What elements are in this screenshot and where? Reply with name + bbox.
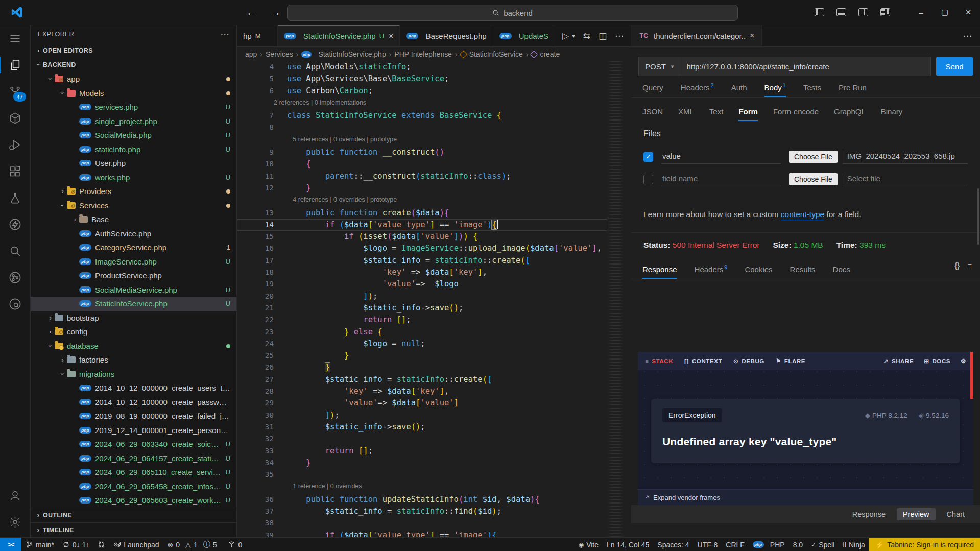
- filter-menu-icon[interactable]: ≡: [968, 261, 972, 270]
- request-tab-headers[interactable]: Headers2: [681, 82, 714, 97]
- editor-tab[interactable]: hpM: [237, 25, 278, 46]
- activity-settings-gear-icon[interactable]: [0, 509, 30, 535]
- tree-item[interactable]: php2024_06_29_065458_create_infos_ta...U: [31, 480, 236, 494]
- view-chart-button[interactable]: Chart: [941, 508, 971, 520]
- statusbar-branch[interactable]: main*: [21, 538, 58, 551]
- body-tab-graphql[interactable]: GraphQL: [834, 107, 866, 121]
- response-tab-response[interactable]: Response: [642, 265, 677, 279]
- tree-item[interactable]: php2019_08_19_000000_create_failed_jobs_…: [31, 409, 236, 423]
- tree-item[interactable]: php2014_10_12_100000_create_password_res…: [31, 395, 236, 410]
- editor-scrollbar[interactable]: [624, 61, 631, 537]
- view-preview-button[interactable]: Preview: [897, 508, 936, 520]
- timeline-section[interactable]: ›TIMELINE: [31, 522, 236, 537]
- statusbar-broadcast[interactable]: 0: [224, 538, 246, 551]
- statusbar-sync[interactable]: 0↓ 1↑: [58, 538, 93, 551]
- window-close-button[interactable]: ×: [957, 0, 980, 25]
- outline-section[interactable]: ›OUTLINE: [31, 508, 236, 522]
- tree-item[interactable]: phpSocialMediaService.phpU: [31, 283, 236, 297]
- panel-more-actions-icon[interactable]: ⋯: [955, 31, 980, 41]
- body-tab-binary[interactable]: Binary: [881, 107, 903, 121]
- breadcrumb[interactable]: app›Services›phpStaticInfoService.php›PH…: [237, 47, 631, 61]
- response-tab-headers[interactable]: Headers9: [695, 264, 728, 279]
- activity-account-icon[interactable]: [0, 482, 30, 509]
- editor-tab[interactable]: phpBaseRequest.php: [400, 25, 493, 46]
- split-editor-icon[interactable]: ◫: [599, 31, 607, 41]
- ignition-context-tab[interactable]: []CONTEXT: [684, 358, 722, 364]
- toggle-sidebar-icon[interactable]: [815, 8, 824, 16]
- tree-item[interactable]: phpStaticInfoService.phpU: [31, 297, 236, 311]
- ignition-flare-tab[interactable]: ⚑FLARE: [776, 357, 805, 365]
- tree-item[interactable]: phpAuthService.php: [31, 227, 236, 241]
- activity-source-control-icon[interactable]: 47: [0, 78, 30, 105]
- command-center-search[interactable]: backend: [287, 5, 738, 21]
- activity-search-icon[interactable]: [0, 237, 30, 264]
- ignition-docs-button[interactable]: ⊞DOCS: [924, 357, 950, 365]
- tree-item[interactable]: phpImageService.phpU: [31, 255, 236, 269]
- codelens[interactable]: 1 reference | 0 overrides: [237, 481, 607, 493]
- tree-item[interactable]: ›factories: [31, 353, 236, 367]
- activity-run-debug-icon[interactable]: [0, 131, 30, 158]
- open-changes-icon[interactable]: ⇆: [583, 31, 590, 41]
- more-actions-icon[interactable]: ⋯: [615, 31, 624, 41]
- statusbar-item[interactable]: Spaces: 4: [653, 538, 693, 551]
- minimap[interactable]: [607, 61, 624, 537]
- breadcrumb-item[interactable]: create: [540, 50, 560, 58]
- braces-icon[interactable]: {}: [954, 261, 959, 270]
- statusbar-item[interactable]: Ln 14, Col 45: [603, 538, 653, 551]
- open-editors-section[interactable]: ›OPEN EDITORS: [31, 43, 236, 58]
- body-tab-form[interactable]: Form: [738, 107, 758, 121]
- error-scrollbar[interactable]: [970, 352, 973, 399]
- run-icon[interactable]: ▷: [562, 31, 569, 41]
- response-tab-docs[interactable]: Docs: [833, 265, 850, 279]
- tree-item[interactable]: ›⚙Services: [31, 199, 236, 213]
- ignition-share-button[interactable]: ↗SHARE: [883, 357, 914, 365]
- nav-back-button[interactable]: ←: [246, 6, 257, 18]
- panel-scrollbar[interactable]: [977, 188, 979, 245]
- request-tab-pre-run[interactable]: Pre Run: [839, 83, 867, 97]
- window-minimize-button[interactable]: –: [910, 0, 933, 25]
- activity-extensions-icon[interactable]: [0, 158, 30, 184]
- checkbox[interactable]: [643, 175, 653, 184]
- breadcrumb-item[interactable]: StaticInfoService.php: [318, 50, 386, 58]
- window-maximize-button[interactable]: ▢: [933, 0, 957, 25]
- body-tab-text[interactable]: Text: [709, 107, 724, 121]
- tabnine-status[interactable]: ⚡Tabnine: Sign-in is required: [869, 538, 980, 551]
- toggle-secondary-sidebar-icon[interactable]: [858, 8, 868, 16]
- http-method-select[interactable]: POST▾: [638, 57, 680, 76]
- thunder-client-tab[interactable]: TC thunderclient.com/categor.. ×: [631, 25, 762, 46]
- activity-menu-icon[interactable]: [0, 25, 30, 52]
- request-url-input[interactable]: http://127.0.0.1:8000/api/static_info/cr…: [680, 57, 931, 76]
- codelens[interactable]: 2 references | 0 implementations: [237, 97, 607, 110]
- body-tab-xml[interactable]: XML: [678, 107, 694, 121]
- explorer-more-actions-icon[interactable]: ⋯: [221, 29, 229, 40]
- ignition-stack-tab[interactable]: ≡STACK: [645, 358, 673, 364]
- ignition-settings-button[interactable]: ⚙: [961, 357, 966, 365]
- statusbar-item[interactable]: IINinja: [839, 538, 869, 551]
- tree-item[interactable]: ›Base: [31, 212, 236, 227]
- tree-item[interactable]: phpProductService.php: [31, 269, 236, 283]
- field-name-input[interactable]: value: [661, 150, 781, 164]
- expand-vendor-frames[interactable]: ^ Expand vendor frames: [638, 489, 973, 505]
- tree-item[interactable]: ›bootstrap: [31, 311, 236, 325]
- code-editor[interactable]: 4use App\Models\staticInfo;5use App\Serv…: [237, 61, 607, 537]
- request-tab-auth[interactable]: Auth: [731, 83, 747, 97]
- activity-git-graph-icon[interactable]: [0, 264, 30, 291]
- tree-item[interactable]: php2024_06_29_063340_create_soical_m...U: [31, 437, 236, 451]
- tree-item[interactable]: php2014_10_12_000000_create_users_table.…: [31, 381, 236, 395]
- tree-item[interactable]: ›⊞app: [31, 72, 236, 86]
- send-button[interactable]: Send: [936, 57, 973, 76]
- choose-file-button[interactable]: Choose File: [789, 151, 838, 163]
- statusbar-pull-request[interactable]: [93, 538, 109, 551]
- activity-files-icon[interactable]: [0, 52, 30, 78]
- field-name-input[interactable]: field name: [661, 172, 781, 186]
- view-response-button[interactable]: Response: [846, 508, 892, 520]
- tree-item[interactable]: phpCategoryService.php1: [31, 241, 236, 255]
- response-tab-cookies[interactable]: Cookies: [745, 265, 772, 279]
- tree-item[interactable]: ›database: [31, 339, 236, 353]
- statusbar-problems[interactable]: ⊗0△1ⓘ5: [163, 538, 224, 551]
- tree-item[interactable]: php2024_06_29_065603_create_works_ta...U: [31, 493, 236, 508]
- codelens[interactable]: 5 references | 0 overrides | prototype: [237, 134, 607, 147]
- tree-item[interactable]: phpsingle_project.phpU: [31, 114, 236, 129]
- response-tab-results[interactable]: Results: [790, 265, 816, 279]
- tree-item[interactable]: ›Models: [31, 86, 236, 101]
